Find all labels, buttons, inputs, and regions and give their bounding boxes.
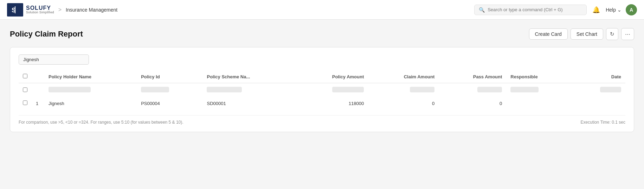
row-index-1: 1 xyxy=(32,97,44,110)
filter-row xyxy=(19,54,625,65)
brand-tagline: Solution Simplified xyxy=(26,11,54,14)
col-header-policy-amount: Policy Amount xyxy=(296,70,368,83)
skeleton-cell xyxy=(207,87,242,92)
report-table: Policy Holder Name Policy Id Policy Sche… xyxy=(19,70,625,110)
col-header-pass-amount: Pass Amount xyxy=(439,70,506,83)
breadcrumb-separator: > xyxy=(58,7,62,13)
breadcrumb-item: Insurance Management xyxy=(66,7,117,13)
cell-claim-amount-1: 0 xyxy=(368,97,439,110)
skeleton-cell xyxy=(410,87,434,92)
table-row: 1 Jignesh PS00004 SD00001 118000 0 0 xyxy=(19,97,625,110)
col-header-policy-scheme: Policy Scheme Na... xyxy=(202,70,295,83)
cell-responsible-1 xyxy=(506,97,572,110)
navbar: S SOLUFY Solution Simplified > Insurance… xyxy=(0,0,644,20)
execution-time: Execution Time: 0.1 sec xyxy=(581,120,625,125)
footer-hint: For comparison, use >5, <10 or =324. For… xyxy=(19,120,183,125)
brand-name: SOLUFY xyxy=(26,5,54,11)
report-panel: Policy Holder Name Policy Id Policy Sche… xyxy=(10,47,634,132)
col-header-date: Date xyxy=(572,70,625,83)
logo-area: S SOLUFY Solution Simplified xyxy=(7,3,54,17)
page-content: Policy Claim Report Create Card Set Char… xyxy=(0,20,644,141)
table-row-skeleton xyxy=(19,83,625,97)
skeleton-cell xyxy=(477,87,502,92)
create-card-button[interactable]: Create Card xyxy=(529,28,568,40)
help-menu[interactable]: Help ⌄ xyxy=(606,7,622,13)
page-header: Policy Claim Report Create Card Set Char… xyxy=(10,28,634,40)
skeleton-cell xyxy=(141,87,169,92)
col-header-idx xyxy=(32,70,44,83)
cell-date-1 xyxy=(572,97,625,110)
row-checkbox-1[interactable] xyxy=(23,100,27,105)
logo-icon: S xyxy=(7,3,23,17)
table-header: Policy Holder Name Policy Id Policy Sche… xyxy=(19,70,625,83)
refresh-button[interactable]: ↻ xyxy=(606,28,618,40)
header-actions: Create Card Set Chart ↻ ⋯ xyxy=(529,28,634,40)
search-bar[interactable]: 🔍 xyxy=(474,5,587,15)
col-header-check xyxy=(19,70,32,83)
search-icon: 🔍 xyxy=(479,7,485,13)
more-options-button[interactable]: ⋯ xyxy=(621,28,634,40)
table-body: 1 Jignesh PS00004 SD00001 118000 0 0 xyxy=(19,83,625,110)
skeleton-cell xyxy=(49,87,91,92)
brand-text: SOLUFY Solution Simplified xyxy=(26,5,54,14)
more-icon: ⋯ xyxy=(625,31,630,37)
skeleton-cell xyxy=(510,87,539,92)
skeleton-cell xyxy=(332,87,364,92)
help-label: Help xyxy=(606,7,616,13)
col-header-policy-id: Policy Id xyxy=(137,70,202,83)
row-checkbox-skeleton[interactable] xyxy=(23,87,27,92)
page-title: Policy Claim Report xyxy=(10,30,83,39)
col-header-policy-holder: Policy Holder Name xyxy=(44,70,137,83)
set-chart-button[interactable]: Set Chart xyxy=(571,28,603,40)
col-header-claim-amount: Claim Amount xyxy=(368,70,439,83)
report-footer: For comparison, use >5, <10 or =324. For… xyxy=(19,115,625,125)
cell-policy-scheme-1[interactable]: SD00001 xyxy=(202,97,295,110)
cell-policy-holder-1: Jignesh xyxy=(44,97,137,110)
cell-policy-amount-1: 118000 xyxy=(296,97,368,110)
chevron-down-icon: ⌄ xyxy=(617,7,622,13)
notification-bell-icon[interactable]: 🔔 xyxy=(591,5,601,15)
cell-pass-amount-1: 0 xyxy=(439,97,506,110)
filter-input[interactable] xyxy=(19,54,89,65)
select-all-checkbox[interactable] xyxy=(23,74,27,78)
col-header-responsible: Responsible xyxy=(506,70,572,83)
avatar[interactable]: A xyxy=(626,4,637,15)
skeleton-cell xyxy=(600,87,621,92)
refresh-icon: ↻ xyxy=(610,31,614,37)
search-input[interactable] xyxy=(488,7,582,12)
cell-policy-id-1[interactable]: PS00004 xyxy=(137,97,202,110)
